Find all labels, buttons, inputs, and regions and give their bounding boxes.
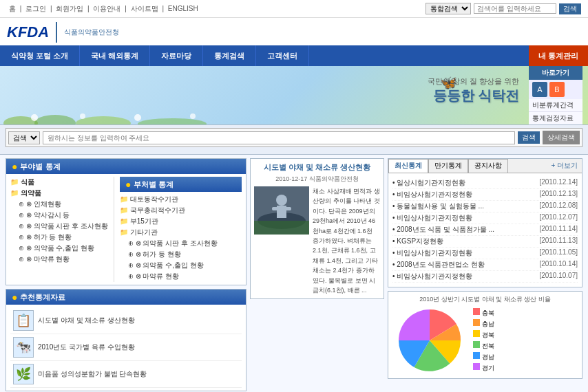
news-date-9: [2010.10.07] <box>539 272 578 281</box>
dept-item-survey[interactable]: ⊕ ⊗ 의약품 시판 후 조사현황 <box>10 221 108 232</box>
news-item-2[interactable]: • 비임상사험기관지정현황 [2010.12.13] <box>392 189 578 201</box>
chart-legend: 충북 충남 경북 전북 경남 경기 <box>473 308 494 373</box>
feature-description: 채소 사삼재배 면적과 생산량의 추이를 나타낸 것이다. 단곡은 2009년의… <box>313 186 380 295</box>
nav-stats[interactable]: 국내 해외통계 <box>80 45 150 66</box>
nav-search[interactable]: 통계검색 <box>203 45 256 66</box>
nav-data[interactable]: 자료마당 <box>150 45 203 66</box>
bureau-item-4[interactable]: 📁 기타기관 <box>120 227 242 238</box>
nav-mypage[interactable]: 내 통계관리 <box>529 45 588 66</box>
rec-icon-1: 📋 <box>13 310 34 331</box>
news-date-4: [2010.12.07] <box>539 213 578 223</box>
news-item-9[interactable]: • 비임상사험기관지정현황 [2010.10.07] <box>392 271 578 283</box>
quick-icon-b[interactable]: B <box>549 82 565 97</box>
top-search-input[interactable] <box>474 3 556 14</box>
top-bar: 홈 | 로그인 | 회원가입 | 이용안내 | 사이트맵 | ENGLISH 통… <box>0 0 588 18</box>
legend-jeonbuk: 전북 <box>473 341 494 351</box>
top-search-button[interactable]: 검색 <box>559 3 581 14</box>
rec-icon-3: 🌿 <box>13 364 34 384</box>
panel-bullet: ● <box>12 161 17 172</box>
logo-text: KFDA <box>7 23 49 41</box>
search-button[interactable]: 검색 <box>518 131 540 144</box>
tab-latest[interactable]: 최신통계 <box>388 159 428 173</box>
top-link-login[interactable]: 로그인 <box>25 5 46 12</box>
legend-gyeongnam: 경남 <box>473 352 494 362</box>
news-title-4[interactable]: • 비임상사험기관지정현황 <box>392 213 472 223</box>
svg-point-1 <box>34 115 76 124</box>
nav-portal[interactable]: 식약청 포털 소개 <box>0 45 80 66</box>
news-title-9[interactable]: • 비임상사험기관지정현황 <box>392 272 472 281</box>
news-item-4[interactable]: • 비임상사험기관지정현황 [2010.12.07] <box>392 213 578 224</box>
news-title-1[interactable]: • 일상시험기관지정현황 <box>392 178 465 188</box>
feature-date: 2010-12-17 식품의약품안전청 <box>254 175 380 184</box>
news-title-3[interactable]: • 동물실험사용 및 실험동물 ... <box>392 202 484 211</box>
chart-container: 충북 충남 경북 전북 경남 경기 <box>392 306 578 375</box>
news-panel-body: • 일상시험기관지정현황 [2010.12.14] • 비임상사험기관지정현황 … <box>388 173 582 287</box>
bureau-item-7[interactable]: ⊕ ⊗ 의약품 수,출입 현황 <box>120 260 242 271</box>
top-link-join[interactable]: 회원가입 <box>56 5 83 12</box>
dept-item-narco[interactable]: ⊕ ⊗ 마약류 현황 <box>10 254 108 265</box>
news-title-2[interactable]: • 비임상사험기관지정현황 <box>392 190 472 199</box>
news-item-3[interactable]: • 동물실험사용 및 실험동물 ... [2010.12.08] <box>392 201 578 213</box>
news-item-8[interactable]: • 2008년도 식품관련업소 현황 [2010.10.14] <box>392 259 578 271</box>
search-category-select[interactable]: 검색 <box>8 131 40 144</box>
logo: KFDA 식품의약품안전청 <box>7 22 119 43</box>
top-link-sitemap[interactable]: 사이트맵 <box>131 5 158 12</box>
bureau-item-3[interactable]: 📁 부15기관 <box>120 216 242 227</box>
bureau-item-8[interactable]: ⊕ ⊗ 마약류 현황 <box>120 271 242 282</box>
news-date-8: [2010.10.14] <box>539 260 578 270</box>
svg-rect-13 <box>283 207 291 210</box>
quick-icon-a[interactable]: A <box>532 82 547 97</box>
right-column: 최신통계 만기통계 공지사항 + 더보기 • 일상시험기관지정현황 [2010.… <box>388 158 582 392</box>
news-item-7[interactable]: • 비임상사험기관지정현황 [2010.11.05] <box>392 248 578 259</box>
news-item-5[interactable]: • 2008년도 식품 및 식품첨가물 ... [2010.11.14] <box>392 224 578 236</box>
tab-notice[interactable]: 공지사항 <box>468 159 508 173</box>
bureau-item-5[interactable]: ⊕ ⊗ 의약품 시판 후 조사현황 <box>120 238 242 249</box>
svg-point-3 <box>138 118 207 124</box>
news-item-1[interactable]: • 일상시험기관지정현황 [2010.12.14] <box>392 177 578 189</box>
rec-icon-2: 🐄 <box>13 337 34 358</box>
dept-item-person[interactable]: ⊕ ⊗ 인채현황 <box>10 199 108 210</box>
news-title-5[interactable]: • 2008년도 식품 및 식품첨가물 ... <box>392 225 494 235</box>
pie-chart-svg <box>392 306 468 375</box>
news-title-6[interactable]: • KGSP지정현황 <box>392 237 443 246</box>
news-title-8[interactable]: • 2008년도 식품관련업소 현황 <box>392 260 485 270</box>
news-list: • 일상시험기관지정현황 [2010.12.14] • 비임상사험기관지정현황 … <box>392 176 578 284</box>
news-title-7[interactable]: • 비임상사험기관지정현황 <box>392 248 472 258</box>
search-input[interactable] <box>43 131 515 144</box>
feature-body: 채소 사삼재배 면적과 생산량의 추이를 나타낸 것이다. 단곡은 2009년의… <box>254 186 380 295</box>
dept-item-food[interactable]: 📁 식품 <box>10 177 108 188</box>
logo-name: 식품의약품안전청 <box>64 28 119 37</box>
more-button[interactable]: + 더보기 <box>547 159 582 173</box>
feature-svg <box>254 186 309 235</box>
quick-item-1[interactable]: 비분류계간격 <box>529 99 582 112</box>
rec-text-1[interactable]: 시도별 야채 및 채소류 생산현황 <box>38 316 135 325</box>
chart-panel: 2010년 상반기 시도별 야채 및 채소류 생산 비율 <box>388 291 582 379</box>
tab-past[interactable]: 만기통계 <box>428 159 468 173</box>
svg-point-6 <box>134 114 141 121</box>
bureau-item-6[interactable]: ⊕ ⊗ 허가 등 현황 <box>120 249 242 260</box>
dept-item-permit[interactable]: ⊕ ⊗ 허가 등 현황 <box>10 232 108 243</box>
bureau-item-2[interactable]: 📁 국무총리적수기관 <box>120 205 242 216</box>
dept-list-left: 📁 식품 📁 의약품 ⊕ ⊗ 인채현황 ⊕ ⊗ 약사감시 등 ⊕ ⊗ 의약품 시… <box>10 177 108 282</box>
quick-sidebar: 바로가기 A B 비분류계간격 통계검정자료 온라인간병물 보어다운로드 ▲ T… <box>529 66 582 124</box>
top-search-select[interactable]: 통합검색 <box>426 3 471 14</box>
quick-item-2[interactable]: 통계검정자료 <box>529 112 582 124</box>
dept-item-trade[interactable]: ⊕ ⊗ 의약품 수,출입 현황 <box>10 243 108 254</box>
bureau-item-1[interactable]: 📁 대토동작수기관 <box>120 194 242 205</box>
rec-text-2[interactable]: 2010년도 국가별 육류 수입현황 <box>38 342 135 352</box>
rec-text-3[interactable]: 미음품 성의성분함가 불법 단속현황 <box>38 369 147 379</box>
svg-rect-12 <box>272 207 280 210</box>
detail-search-button[interactable]: 상세검색 <box>543 131 580 144</box>
rec-item-2[interactable]: 🐄 2010년도 국가별 육류 수입현황 <box>10 334 242 361</box>
legend-chungnam: 충남 <box>473 319 494 329</box>
rec-item-3[interactable]: 🌿 미음품 성의성분함가 불법 단속현황 <box>10 361 242 388</box>
top-link-guide[interactable]: 이용안내 <box>93 5 120 12</box>
middle-column: 시도별 야채 및 채소류 생산현황 2010-12-17 식품의약품안전청 <box>250 158 384 392</box>
top-link-home[interactable]: 홈 <box>9 5 16 12</box>
news-item-6[interactable]: • KGSP지정현황 [2010.11.13] <box>392 236 578 248</box>
dept-item-pharm[interactable]: ⊕ ⊗ 약사감시 등 <box>10 210 108 221</box>
dept-item-medicine[interactable]: 📁 의약품 <box>10 188 108 199</box>
rec-item-1[interactable]: 📋 시도별 야채 및 채소류 생산현황 <box>10 307 242 334</box>
top-link-english[interactable]: ENGLISH <box>168 5 198 12</box>
nav-customer[interactable]: 고객센터 <box>256 45 309 66</box>
